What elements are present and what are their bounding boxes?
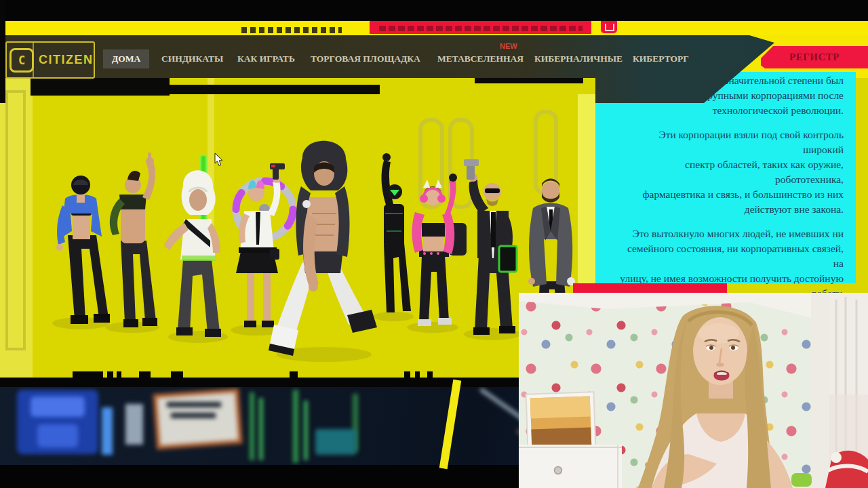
billboard bbox=[153, 388, 242, 450]
webcam-scene bbox=[519, 293, 868, 488]
announcement-clipped-text bbox=[241, 27, 342, 33]
character-hooded-woman bbox=[164, 155, 221, 337]
photo-frame bbox=[526, 392, 596, 452]
glitch-tooth bbox=[107, 371, 113, 378]
glitch-tooth bbox=[427, 371, 433, 378]
blue-neon-tube bbox=[102, 407, 113, 455]
set-pillar-left bbox=[0, 78, 33, 378]
video-frame: C CITIZEN ДОМА СИНДИКАТЫ КАК ИГРАТЬ ТОРГ… bbox=[0, 0, 868, 488]
drawer-knob bbox=[555, 467, 562, 474]
story-paragraph-2: Эти корпорации взяли под свой контроль ш… bbox=[616, 127, 844, 217]
mouse-cursor-icon bbox=[214, 153, 224, 167]
external-link-icon[interactable] bbox=[601, 21, 617, 33]
nav-item-syndicates[interactable]: СИНДИКАТЫ bbox=[161, 54, 223, 64]
character-biker-woman bbox=[56, 176, 110, 324]
set-dark-sign bbox=[31, 78, 170, 96]
glitch-tooth bbox=[290, 371, 298, 378]
glitch-tooth bbox=[404, 371, 410, 378]
set-pillar-right bbox=[578, 94, 597, 291]
glitch-tooth bbox=[171, 371, 183, 378]
hero-characters-art bbox=[0, 78, 597, 378]
green-toy bbox=[791, 473, 812, 487]
left-video-edge bbox=[0, 0, 5, 103]
character-ninja bbox=[382, 153, 411, 312]
top-letterbox-bar bbox=[0, 0, 868, 21]
announcement-red-banner bbox=[370, 21, 591, 34]
new-badge: NEW bbox=[500, 42, 517, 50]
nav-item-how-to-play[interactable]: КАК ИГРАТЬ bbox=[237, 54, 295, 64]
character-bald-agent bbox=[464, 159, 517, 335]
logo-c-emblem-icon: C bbox=[9, 48, 34, 73]
nav-item-home[interactable]: ДОМА bbox=[103, 49, 149, 68]
logo-divider bbox=[33, 43, 34, 77]
glitch-tooth bbox=[415, 371, 420, 378]
cyan-sign bbox=[315, 429, 356, 455]
story-text-block: который в значительной степени был крупн… bbox=[595, 72, 856, 283]
character-hooded-hero bbox=[269, 141, 377, 356]
nav-item-marketplace[interactable]: ТОРГОВАЯ ПЛОЩАДКА bbox=[311, 54, 420, 64]
red-accent-bar bbox=[573, 283, 727, 293]
glitch-tooth bbox=[139, 371, 151, 378]
nav-item-cybercash[interactable]: КИБЕРНАЛИЧНЫЕ bbox=[534, 54, 623, 64]
open-box-glyph bbox=[605, 24, 614, 31]
character-mohawk-man bbox=[110, 152, 157, 327]
glitch-tooth bbox=[73, 371, 103, 378]
santa-plush bbox=[825, 451, 868, 488]
banner-clipped-text bbox=[379, 26, 583, 31]
streamer-person bbox=[638, 306, 793, 488]
nav-item-cybertrade[interactable]: КИБЕРТОРГ bbox=[633, 54, 689, 64]
glitch-tooth bbox=[117, 371, 121, 378]
green-neon-bar bbox=[250, 392, 254, 460]
dresser bbox=[519, 445, 622, 488]
wall-edge bbox=[811, 293, 831, 488]
logo-wordmark: CITIZEN bbox=[39, 53, 94, 67]
webcam-overlay bbox=[519, 293, 868, 488]
nav-item-metaverse[interactable]: МЕТАВСЕЛЕННАЯ bbox=[437, 54, 524, 64]
register-button[interactable]: РЕГИСТР bbox=[761, 46, 868, 68]
site-logo[interactable]: C CITIZEN bbox=[5, 41, 95, 79]
